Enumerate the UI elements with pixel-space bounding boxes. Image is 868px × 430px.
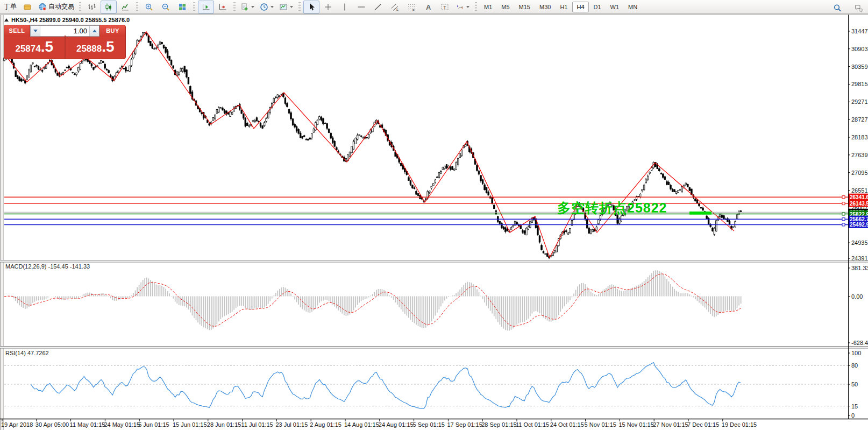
svg-text:27095.0: 27095.0 bbox=[851, 170, 868, 176]
caret-down-icon bbox=[289, 5, 294, 9]
svg-text:T: T bbox=[443, 4, 446, 10]
svg-text:28183.0: 28183.0 bbox=[851, 134, 868, 140]
volume-decrease-button[interactable] bbox=[31, 26, 40, 36]
sell-price[interactable]: 25874.5 bbox=[4, 36, 65, 59]
buy-button[interactable]: BUY bbox=[99, 25, 125, 37]
line-chart-button[interactable] bbox=[117, 1, 133, 13]
crosshair-button[interactable] bbox=[320, 1, 336, 13]
svg-text:0.00: 0.00 bbox=[851, 293, 863, 300]
cursor-button[interactable] bbox=[303, 1, 319, 13]
toolbar-grip bbox=[136, 2, 138, 12]
vertical-line-button[interactable] bbox=[337, 1, 353, 13]
chart-text-annotation[interactable]: 多空转折点25822 bbox=[557, 199, 667, 217]
text-icon: A bbox=[424, 3, 432, 11]
crosshair-icon bbox=[324, 3, 332, 11]
svg-text:11 Oct 01:15: 11 Oct 01:15 bbox=[516, 421, 549, 428]
volume-field: 1.00 bbox=[30, 25, 99, 37]
svg-text:30903.0: 30903.0 bbox=[851, 46, 868, 52]
zigzag-line bbox=[5, 32, 734, 258]
svg-text:5 Nov 01:15: 5 Nov 01:15 bbox=[585, 421, 616, 428]
spinner-down-icon bbox=[33, 30, 38, 32]
candlestick-chart-button[interactable] bbox=[101, 1, 117, 13]
zoom-in-icon bbox=[145, 3, 153, 11]
sell-button[interactable]: SELL bbox=[4, 25, 30, 37]
toolbar-button-label: 自动交易 bbox=[48, 2, 74, 11]
channel-icon: E bbox=[390, 3, 399, 11]
buy-price[interactable]: 25888.5 bbox=[65, 36, 126, 59]
notify-button[interactable] bbox=[19, 1, 35, 13]
template-button[interactable] bbox=[277, 1, 296, 13]
tile-windows-button[interactable] bbox=[174, 1, 190, 13]
svg-text:31447.0: 31447.0 bbox=[851, 28, 868, 34]
svg-text:26551.0: 26551.0 bbox=[851, 187, 868, 194]
timeframe-mn-button[interactable]: MN bbox=[624, 2, 642, 12]
highlight-trendline-segment[interactable] bbox=[689, 212, 712, 215]
volume-value[interactable]: 1.00 bbox=[40, 26, 89, 36]
svg-text:25492.9: 25492.9 bbox=[850, 222, 868, 228]
chart-canvas[interactable]: 31447.030903.030359.029815.029271.028727… bbox=[0, 15, 868, 430]
vertical-line-icon bbox=[340, 3, 349, 11]
svg-text:0: 0 bbox=[851, 412, 855, 419]
zoom-in-button[interactable] bbox=[141, 1, 157, 13]
chart-title-text: HK50-,H4 25899.0 25940.0 25855.5 25876.0 bbox=[11, 17, 130, 23]
chart-shift-button[interactable] bbox=[215, 1, 231, 13]
toolbar-right-icons bbox=[829, 2, 867, 15]
svg-text:15 Nov 01:15: 15 Nov 01:15 bbox=[618, 421, 653, 428]
svg-text:A: A bbox=[426, 3, 431, 11]
zoom-out-icon bbox=[161, 3, 170, 11]
timeframe-m15-button[interactable]: M15 bbox=[515, 2, 535, 12]
channel-button[interactable]: E bbox=[387, 1, 403, 13]
svg-text:27 Nov 01:15: 27 Nov 01:15 bbox=[653, 421, 688, 428]
timeframe-m1-button[interactable]: M1 bbox=[480, 2, 496, 12]
autotrade-button[interactable]: 自动交易 bbox=[36, 1, 76, 13]
fibonacci-button[interactable]: F bbox=[403, 1, 419, 13]
timeframe-h1-button[interactable]: H1 bbox=[556, 2, 572, 12]
svg-text:28 Sep 01:15: 28 Sep 01:15 bbox=[481, 421, 516, 428]
zoom-out-button[interactable] bbox=[158, 1, 174, 13]
svg-text:50: 50 bbox=[851, 381, 858, 387]
svg-text:5 Sep 01:15: 5 Sep 01:15 bbox=[413, 421, 445, 428]
autoscroll-icon bbox=[202, 3, 210, 11]
horizontal-line-button[interactable] bbox=[353, 1, 369, 13]
autotrade-icon bbox=[38, 3, 47, 11]
svg-text:30359.0: 30359.0 bbox=[851, 64, 868, 70]
toolbar-grip bbox=[79, 2, 81, 12]
timeframe-d1-button[interactable]: D1 bbox=[589, 2, 606, 12]
new-chart-button[interactable] bbox=[238, 1, 257, 13]
caret-down-icon bbox=[466, 5, 470, 9]
text-label-button[interactable]: T bbox=[437, 1, 453, 13]
svg-text:19 Dec 01:15: 19 Dec 01:15 bbox=[722, 421, 757, 428]
trendline-button[interactable] bbox=[370, 1, 386, 13]
bar-chart-icon bbox=[88, 3, 96, 11]
collapse-triangle-icon[interactable] bbox=[4, 18, 9, 22]
horizontal-line-icon bbox=[357, 3, 366, 11]
svg-text:14 Aug 01:15: 14 Aug 01:15 bbox=[344, 421, 379, 428]
period-button[interactable] bbox=[258, 1, 276, 13]
autoscroll-button[interactable] bbox=[198, 1, 214, 13]
candlestick-chart-icon bbox=[104, 3, 113, 11]
svg-text:80: 80 bbox=[851, 362, 858, 369]
timeframe-w1-button[interactable]: W1 bbox=[606, 2, 624, 12]
svg-text:5 Jun 01:15: 5 Jun 01:15 bbox=[138, 421, 169, 428]
arrows-button[interactable] bbox=[453, 1, 472, 13]
text-button[interactable]: A bbox=[420, 1, 436, 13]
svg-text:24391.0: 24391.0 bbox=[851, 255, 868, 262]
svg-text:26341.6: 26341.6 bbox=[850, 194, 868, 200]
search-button[interactable] bbox=[829, 2, 845, 15]
new-order-button[interactable]: 丁单 bbox=[2, 1, 19, 13]
chat-button[interactable] bbox=[851, 2, 867, 15]
timeframe-m5-button[interactable]: M5 bbox=[497, 2, 514, 12]
one-click-trading-panel: SELL 1.00 BUY 25874.5 25888.5 bbox=[4, 25, 126, 59]
svg-text:F: F bbox=[412, 8, 415, 11]
caret-down-icon bbox=[251, 5, 255, 9]
svg-text:24935.0: 24935.0 bbox=[851, 239, 868, 246]
toolbar-grip bbox=[475, 2, 477, 12]
volume-increase-button[interactable] bbox=[89, 26, 99, 36]
chart-title: HK50-,H4 25899.0 25940.0 25855.5 25876.0 bbox=[4, 17, 130, 23]
svg-text:17 Sep 01:15: 17 Sep 01:15 bbox=[447, 421, 482, 428]
bar-chart-button[interactable] bbox=[84, 1, 100, 13]
svg-text:-628.4: -628.4 bbox=[851, 340, 868, 346]
timeframe-h4-button[interactable]: H4 bbox=[572, 2, 588, 12]
svg-text:24 Oct 01:15: 24 Oct 01:15 bbox=[550, 421, 584, 428]
timeframe-m30-button[interactable]: M30 bbox=[535, 2, 555, 12]
